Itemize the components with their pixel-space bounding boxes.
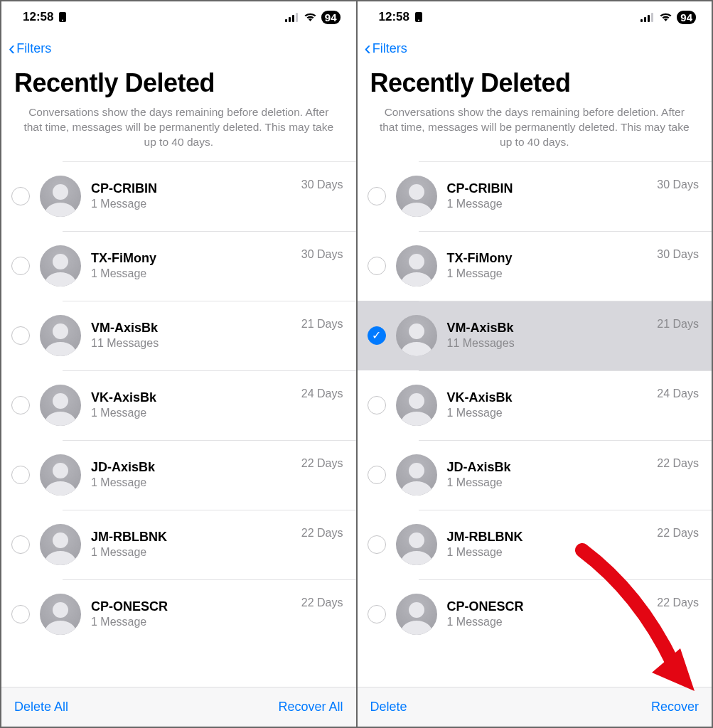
contact-name: JD-AxisBk: [91, 460, 301, 475]
row-text: VM-AxisBk 11 Messages: [447, 321, 658, 350]
conversation-row[interactable]: VM-AxisBk 11 Messages 21 Days: [1, 301, 356, 370]
svg-rect-8: [640, 19, 643, 22]
svg-point-7: [418, 20, 419, 21]
svg-rect-5: [296, 13, 298, 22]
conversation-row[interactable]: TX-FiMony 1 Message 30 Days: [1, 231, 356, 301]
select-checkbox[interactable]: [11, 326, 30, 345]
message-count: 11 Messages: [447, 337, 658, 350]
contact-avatar-icon: [396, 524, 437, 565]
message-count: 1 Message: [91, 198, 301, 210]
select-checkbox[interactable]: [11, 396, 30, 414]
conversation-row[interactable]: CP-CRIBIN 1 Message 30 Days: [1, 161, 356, 231]
days-remaining: 24 Days: [301, 387, 343, 400]
svg-rect-11: [651, 13, 653, 22]
row-text: CP-CRIBIN 1 Message: [91, 181, 301, 210]
conversation-row[interactable]: JM-RBLBNK 1 Message 22 Days: [358, 510, 712, 579]
contact-name: VM-AxisBk: [91, 321, 301, 336]
contact-avatar-icon: [40, 524, 81, 565]
select-checkbox[interactable]: [11, 605, 30, 623]
row-text: VM-AxisBk 11 Messages: [91, 321, 301, 350]
select-checkbox[interactable]: [11, 535, 30, 554]
message-count: 1 Message: [447, 407, 658, 419]
select-checkbox[interactable]: [368, 466, 386, 484]
contact-avatar-icon: [396, 454, 437, 496]
conversation-row[interactable]: CP-CRIBIN 1 Message 30 Days: [358, 161, 712, 231]
contact-name: VK-AxisBk: [91, 390, 301, 405]
contact-name: JM-RBLBNK: [447, 530, 658, 545]
days-remaining: 22 Days: [301, 527, 343, 540]
conversation-row[interactable]: TX-FiMony 1 Message 30 Days: [358, 231, 712, 301]
contact-avatar-icon: [396, 176, 437, 217]
conversation-list[interactable]: CP-CRIBIN 1 Message 30 Days TX-FiMony 1 …: [358, 161, 712, 687]
nav-bar: ‹ Filters: [1, 33, 356, 64]
select-checkbox[interactable]: [368, 605, 386, 623]
delete-button[interactable]: Delete All: [14, 700, 68, 714]
row-text: JD-AxisBk 1 Message: [91, 460, 301, 489]
battery-indicator: 94: [321, 11, 341, 24]
days-remaining: 22 Days: [657, 596, 699, 609]
row-text: JM-RBLBNK 1 Message: [91, 530, 301, 559]
days-remaining: 21 Days: [657, 318, 699, 331]
conversation-list[interactable]: CP-CRIBIN 1 Message 30 Days TX-FiMony 1 …: [1, 161, 356, 687]
conversation-row[interactable]: VK-AxisBk 1 Message 24 Days: [1, 370, 356, 440]
recover-button[interactable]: Recover All: [278, 700, 343, 714]
status-time: 12:58: [379, 10, 409, 24]
days-remaining: 30 Days: [657, 178, 699, 191]
page-title: Recently Deleted: [358, 64, 712, 105]
svg-rect-4: [292, 15, 294, 22]
days-remaining: 22 Days: [657, 457, 699, 470]
message-count: 1 Message: [447, 476, 658, 489]
contact-name: CP-ONESCR: [447, 599, 658, 614]
message-count: 1 Message: [91, 546, 301, 559]
bottom-toolbar: Delete All Recover All: [1, 687, 356, 727]
contact-avatar-icon: [40, 385, 81, 426]
message-count: 1 Message: [91, 616, 301, 628]
recover-button[interactable]: Recover: [651, 700, 699, 714]
status-bar: 12:58 94: [1, 1, 356, 33]
select-checkbox[interactable]: [11, 187, 30, 205]
delete-button[interactable]: Delete: [370, 700, 407, 714]
svg-point-1: [62, 20, 63, 21]
back-label: Filters: [16, 41, 51, 56]
contact-name: CP-ONESCR: [91, 599, 301, 614]
contact-name: TX-FiMony: [447, 251, 658, 266]
contact-avatar-icon: [396, 245, 437, 287]
days-remaining: 22 Days: [657, 527, 699, 540]
page-description: Conversations show the days remaining be…: [1, 105, 356, 161]
page-title: Recently Deleted: [1, 64, 356, 105]
row-text: VK-AxisBk 1 Message: [447, 390, 658, 419]
contact-name: VK-AxisBk: [447, 390, 658, 405]
conversation-row[interactable]: VK-AxisBk 1 Message 24 Days: [358, 370, 712, 440]
conversation-row[interactable]: JD-AxisBk 1 Message 22 Days: [1, 440, 356, 510]
select-checkbox[interactable]: [368, 535, 386, 554]
svg-rect-3: [289, 17, 291, 22]
wifi-icon: [659, 12, 672, 22]
cellular-icon: [640, 13, 655, 22]
select-checkbox[interactable]: [368, 396, 386, 414]
back-button[interactable]: ‹ Filters: [365, 38, 407, 58]
portrait-lock-icon: [58, 11, 68, 23]
select-checkbox[interactable]: [11, 466, 30, 484]
svg-rect-2: [285, 19, 287, 22]
cellular-icon: [285, 13, 299, 22]
conversation-row[interactable]: CP-ONESCR 1 Message 22 Days: [358, 579, 712, 649]
select-checkbox[interactable]: ✓: [368, 326, 386, 345]
conversation-row[interactable]: JD-AxisBk 1 Message 22 Days: [358, 440, 712, 510]
conversation-row[interactable]: ✓ VM-AxisBk 11 Messages 21 Days: [358, 301, 712, 370]
wifi-icon: [304, 12, 317, 22]
message-count: 1 Message: [91, 267, 301, 280]
select-checkbox[interactable]: [368, 187, 386, 205]
message-count: 1 Message: [447, 198, 658, 210]
contact-avatar-icon: [40, 454, 81, 496]
back-button[interactable]: ‹ Filters: [9, 38, 51, 58]
conversation-row[interactable]: JM-RBLBNK 1 Message 22 Days: [1, 510, 356, 579]
contact-avatar-icon: [40, 245, 81, 287]
portrait-lock-icon: [414, 11, 424, 23]
select-checkbox[interactable]: [368, 257, 386, 275]
conversation-row[interactable]: CP-ONESCR 1 Message 22 Days: [1, 579, 356, 649]
days-remaining: 24 Days: [657, 387, 699, 400]
back-label: Filters: [372, 41, 407, 56]
days-remaining: 30 Days: [301, 248, 343, 261]
days-remaining: 30 Days: [657, 248, 699, 261]
select-checkbox[interactable]: [11, 257, 30, 275]
